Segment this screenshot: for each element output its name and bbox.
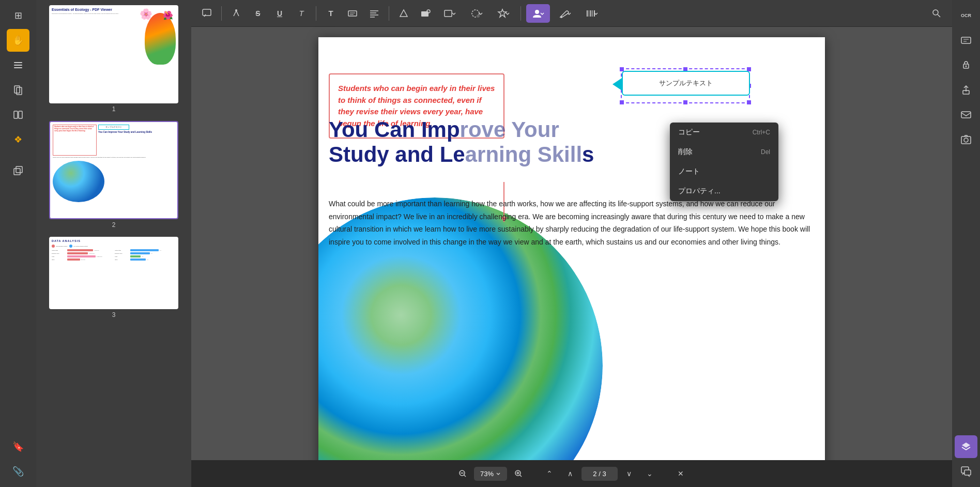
svg-point-25 (560, 16, 562, 18)
thumb2-sample: サンプルテキスト (98, 125, 129, 130)
right-mail-icon[interactable] (955, 103, 977, 126)
highlight-tool-btn[interactable] (227, 4, 246, 23)
right-chat-icon[interactable] (955, 460, 977, 483)
right-scan-icon[interactable] (955, 29, 977, 52)
toolbar-divider-1 (221, 6, 222, 21)
underline-tool-btn[interactable]: U (270, 4, 289, 23)
toolbar-divider-4 (520, 6, 521, 21)
thumbnail-item-3[interactable]: DATA ANALYSIS Total Ecological Footprint… (41, 237, 186, 318)
context-menu-copy-label: コピー (678, 128, 700, 137)
thumbnail-page-2[interactable]: Students who can begin early in their li… (49, 121, 178, 219)
thumbnail-number-2: 2 (112, 221, 116, 229)
right-ocr-icon[interactable]: OCR (955, 4, 977, 27)
svg-rect-0 (14, 62, 22, 63)
sidebar-icon-paperclip[interactable]: 📎 (7, 460, 29, 483)
sidebar-icon-grid[interactable]: ⊞ (7, 4, 29, 27)
sidebar-icon-copy[interactable] (7, 159, 29, 182)
sidebar-icon-compare[interactable] (7, 103, 29, 126)
page-info: 2 / 3 (581, 467, 618, 481)
context-menu-delete-label: 削除 (678, 147, 693, 157)
text-bold-tool-btn[interactable]: T (321, 4, 340, 23)
zoom-in-btn[interactable] (509, 464, 528, 483)
page-down-btn[interactable]: ∨ (620, 464, 638, 483)
context-menu-note[interactable]: ノート (670, 162, 778, 181)
right-share-icon[interactable] (955, 79, 977, 101)
page-canvas: Students who can begin early in their li… (318, 37, 825, 460)
zoom-value: 73% (480, 470, 494, 478)
context-menu-properties[interactable]: プロパティ... (670, 181, 778, 201)
thumbnail-panel: Essentials of Ecology - PDF Viewer Welco… (36, 0, 191, 487)
svg-rect-2 (14, 67, 22, 68)
context-menu: コピー Ctrl+C 削除 Del ノート プロパティ... (670, 123, 778, 201)
thumbnail-page-3[interactable]: DATA ANALYSIS Total Ecological Footprint… (49, 237, 178, 309)
svg-rect-27 (589, 10, 589, 17)
svg-line-34 (464, 475, 466, 477)
thumbnail-number-3: 3 (112, 311, 116, 318)
svg-rect-51 (964, 470, 971, 475)
thumbnail-item-2[interactable]: Students who can begin early in their li… (41, 121, 186, 229)
user-tool-btn[interactable] (526, 4, 550, 23)
svg-line-32 (938, 14, 940, 17)
context-menu-delete-shortcut: Del (761, 148, 770, 156)
thumbnail-item-1[interactable]: Essentials of Ecology - PDF Viewer Welco… (41, 5, 186, 113)
context-menu-copy[interactable]: コピー Ctrl+C (670, 123, 778, 142)
sidebar-icon-list[interactable] (7, 54, 29, 77)
search-tool-btn[interactable] (927, 4, 946, 23)
right-layers-icon[interactable] (955, 435, 977, 458)
context-menu-copy-shortcut: Ctrl+C (753, 129, 770, 136)
right-protect-icon[interactable] (955, 54, 977, 77)
sidebar-icon-layers[interactable]: ❖ (7, 128, 29, 151)
comment-tool-btn[interactable] (197, 4, 216, 23)
fill-tool-btn[interactable] (416, 4, 435, 23)
strikethrough-tool-btn[interactable]: S (249, 4, 267, 23)
thumbnail-page-1[interactable]: Essentials of Ecology - PDF Viewer Welco… (49, 5, 178, 103)
page-last-btn[interactable]: ⌄ (640, 464, 659, 483)
paint-tool-btn[interactable] (553, 4, 577, 23)
shape-tool-btn[interactable] (394, 4, 413, 23)
callout-box: サンプルテキスト (622, 71, 750, 96)
callout-arrow (612, 78, 622, 90)
thumb3-title: DATA ANALYSIS (52, 239, 176, 242)
svg-rect-7 (14, 169, 20, 175)
toolbar-divider-2 (316, 6, 316, 21)
rect-tool-btn[interactable] (438, 4, 462, 23)
zoom-display[interactable]: 73% (474, 467, 507, 481)
left-sidebar: ⊞ ✋ ❖ 🔖 📎 (0, 0, 36, 487)
page-area: Students who can begin early in their li… (191, 27, 952, 460)
svg-rect-8 (16, 166, 22, 173)
thumb2-quote: Students who can begin early in their li… (54, 126, 95, 132)
svg-rect-28 (590, 10, 591, 17)
text-tool-btn[interactable]: T (292, 4, 311, 23)
close-nav-btn[interactable]: ✕ (671, 464, 690, 483)
svg-point-24 (535, 10, 539, 14)
svg-rect-29 (592, 10, 593, 17)
sidebar-icon-bookmark[interactable]: 🔖 (7, 435, 29, 458)
text-align-tool-btn[interactable] (365, 4, 384, 23)
thumb2-body: What could be more important than learni… (53, 157, 175, 159)
context-menu-delete[interactable]: 削除 Del (670, 142, 778, 162)
svg-rect-20 (445, 10, 452, 17)
main-area: S U T T (191, 0, 952, 487)
callout-text: サンプルテキスト (659, 79, 713, 88)
sidebar-icon-hand[interactable]: ✋ (7, 29, 29, 52)
context-menu-properties-label: プロパティ... (678, 187, 721, 196)
sidebar-icon-pages[interactable] (7, 79, 29, 101)
page-first-btn[interactable]: ⌃ (540, 464, 559, 483)
svg-point-44 (966, 66, 967, 67)
text-box-tool-btn[interactable] (343, 4, 362, 23)
svg-rect-6 (19, 111, 22, 118)
svg-point-10 (235, 9, 237, 11)
toolbar-divider-3 (389, 6, 389, 21)
svg-point-49 (964, 138, 968, 142)
thumb1-body: Welcome to environmental science - an in… (52, 13, 138, 15)
stamp-tool-btn[interactable] (492, 4, 515, 23)
page-current: 2 (593, 470, 596, 478)
barcode-tool-btn[interactable] (580, 4, 604, 23)
svg-rect-40 (961, 37, 971, 43)
right-snapshot-icon[interactable] (955, 128, 977, 151)
zoom-out-btn[interactable] (453, 464, 472, 483)
page-up-btn[interactable]: ∧ (561, 464, 579, 483)
lasso-tool-btn[interactable] (465, 4, 488, 23)
svg-rect-5 (14, 111, 18, 118)
right-sidebar: OCR (952, 0, 980, 487)
